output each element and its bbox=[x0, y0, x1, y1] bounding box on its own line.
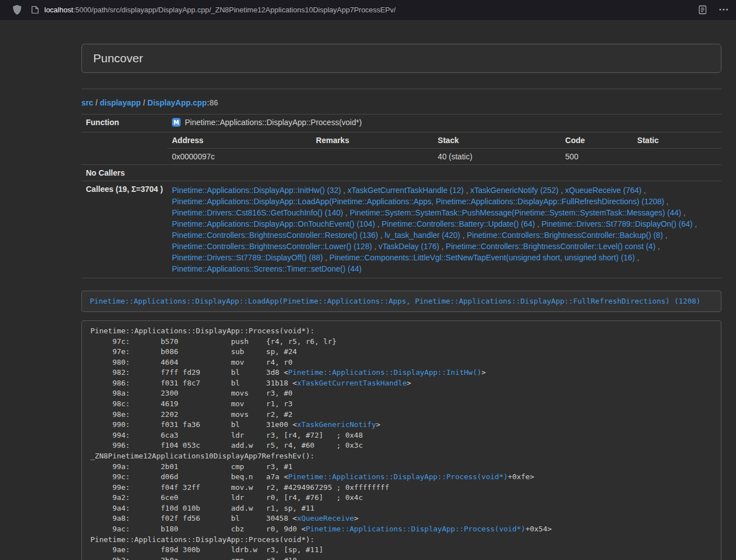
callee-separator: , bbox=[663, 231, 668, 240]
function-label: Function bbox=[81, 114, 167, 132]
no-callers-cell bbox=[167, 165, 721, 181]
breadcrumb-link-src[interactable]: src bbox=[81, 98, 93, 107]
callee-link[interactable]: Pinetime::Applications::Screens::Timer::… bbox=[172, 264, 362, 273]
disassembly-code: Pinetime::Applications::DisplayApp::Proc… bbox=[81, 320, 721, 560]
metrics-row: Address Remarks Stack Code Static 0x0000… bbox=[81, 132, 721, 165]
callee-separator: , bbox=[635, 253, 639, 262]
callee-link[interactable]: Pinetime::Controllers::BrightnessControl… bbox=[467, 231, 662, 240]
callee-link[interactable]: Pinetime::Drivers::Cst816S::GetTouchInfo… bbox=[172, 208, 343, 217]
function-info-table: Function M Pinetime::Applications::Displ… bbox=[81, 114, 721, 278]
reader-view-icon[interactable] bbox=[698, 5, 707, 15]
callee-link[interactable]: Pinetime::Drivers::St7789::DisplayOff() … bbox=[172, 253, 323, 262]
callee-link[interactable]: Pinetime::System::SystemTask::PushMessag… bbox=[350, 208, 682, 217]
callee-link[interactable]: xTaskGenericNotify (252) bbox=[470, 186, 559, 195]
breadcrumb-link-displayapp[interactable]: displayapp bbox=[100, 98, 141, 107]
main-content: Puncover src / displayapp / DisplayApp.c… bbox=[81, 44, 721, 560]
callee-separator: , bbox=[535, 219, 542, 228]
url-text: localhost:5000/path/src/displayapp/Displ… bbox=[44, 6, 396, 14]
metrics-label bbox=[81, 132, 167, 165]
callee-separator: , bbox=[664, 197, 669, 206]
callee-link[interactable]: Pinetime::Drivers::St7789::DisplayOn() (… bbox=[542, 219, 693, 228]
disasm-symbol-link[interactable]: xTaskGenericNotify bbox=[297, 420, 376, 429]
metrics-cell: Address Remarks Stack Code Static 0x0000… bbox=[167, 132, 721, 165]
callee-separator: , bbox=[464, 186, 470, 195]
metrics-header-row: Address Remarks Stack Code Static bbox=[167, 132, 721, 149]
column-static: Static bbox=[633, 132, 721, 149]
column-address: Address bbox=[167, 132, 312, 149]
method-icon: M bbox=[172, 118, 181, 128]
symbol-panel-heading: Pinetime::Applications::DisplayApp::Load… bbox=[81, 291, 721, 312]
breadcrumb-separator: / bbox=[141, 98, 148, 107]
disasm-symbol-link[interactable]: Pinetime::Applications::DisplayApp::Init… bbox=[288, 368, 481, 377]
callee-link[interactable]: xTaskGetCurrentTaskHandle (12) bbox=[348, 186, 464, 195]
callee-separator: , bbox=[375, 219, 382, 228]
callee-separator: , bbox=[681, 208, 685, 217]
callee-separator: , bbox=[378, 231, 385, 240]
url-bar[interactable]: localhost:5000/path/src/displayapp/Displ… bbox=[31, 6, 698, 14]
breadcrumb-line-number: :86 bbox=[207, 98, 218, 107]
symbol-link[interactable]: Pinetime::Applications::DisplayApp::Load… bbox=[90, 297, 701, 305]
metrics-table: Address Remarks Stack Code Static 0x0000… bbox=[167, 132, 721, 164]
function-name-cell: M Pinetime::Applications::DisplayApp::Pr… bbox=[167, 114, 721, 132]
callee-separator: , bbox=[372, 242, 379, 251]
callee-separator: , bbox=[341, 186, 348, 195]
address-value: 0x0000097c bbox=[167, 149, 312, 165]
url-path: :5000/path/src/displayapp/DisplayApp.cpp… bbox=[73, 6, 396, 14]
page-icon[interactable] bbox=[31, 6, 39, 14]
callees-list: Pinetime::Applications::DisplayApp::Init… bbox=[167, 181, 721, 278]
column-stack: Stack bbox=[433, 132, 561, 149]
url-host: localhost bbox=[44, 6, 73, 14]
column-code: Code bbox=[561, 132, 633, 149]
callee-link[interactable]: vTaskDelay (176) bbox=[378, 242, 439, 251]
static-value bbox=[633, 149, 721, 165]
callee-separator: , bbox=[656, 242, 660, 251]
callee-link[interactable]: Pinetime::Applications::DisplayApp::Init… bbox=[172, 186, 341, 195]
callee-link[interactable]: xQueueReceive (764) bbox=[565, 186, 642, 195]
browser-toolbar: localhost:5000/path/src/displayapp/Displ… bbox=[0, 0, 736, 20]
overflow-menu-icon[interactable] bbox=[719, 8, 728, 11]
disasm-symbol-link[interactable]: xTaskGetCurrentTaskHandle bbox=[297, 379, 407, 387]
callee-separator: , bbox=[693, 219, 697, 228]
callee-separator: , bbox=[559, 186, 565, 195]
callee-link[interactable]: Pinetime::Controllers::BrightnessControl… bbox=[172, 231, 378, 240]
page-title: Puncover bbox=[93, 52, 710, 65]
breadcrumb: src / displayapp / DisplayApp.cpp:86 bbox=[81, 98, 721, 107]
disasm-symbol-link[interactable]: Pinetime::Applications::DisplayApp::Proc… bbox=[288, 472, 508, 481]
remarks-value bbox=[312, 149, 433, 165]
function-name: Pinetime::Applications::DisplayApp::Proc… bbox=[185, 118, 362, 127]
callee-separator: , bbox=[439, 242, 446, 251]
no-callers-row: No Callers bbox=[81, 165, 721, 181]
callees-row: Callees (19, Σ=3704 ) Pinetime::Applicat… bbox=[81, 181, 721, 278]
toolbar-actions bbox=[698, 5, 728, 15]
svg-text:M: M bbox=[173, 120, 179, 126]
callee-separator: , bbox=[460, 231, 467, 240]
callee-separator: , bbox=[343, 208, 350, 217]
callee-link[interactable]: Pinetime::Applications::DisplayApp::Load… bbox=[172, 197, 664, 206]
callee-separator: , bbox=[323, 253, 330, 262]
disasm-symbol-link[interactable]: Pinetime::Applications::DisplayApp::Proc… bbox=[306, 525, 525, 533]
function-row: Function M Pinetime::Applications::Displ… bbox=[81, 114, 721, 132]
tracking-protection-shield-icon[interactable] bbox=[12, 4, 22, 15]
code-value: 500 bbox=[561, 149, 633, 165]
page-header: Puncover bbox=[81, 44, 721, 73]
callees-label: Callees (19, Σ=3704 ) bbox=[81, 181, 167, 278]
disasm-symbol-link[interactable]: xQueueReceive bbox=[297, 514, 354, 522]
callee-link[interactable]: Pinetime::Controllers::BrightnessControl… bbox=[446, 242, 655, 251]
callee-link[interactable]: Pinetime::Applications::DisplayApp::OnTo… bbox=[172, 219, 375, 228]
column-remarks: Remarks bbox=[312, 132, 433, 149]
callee-link[interactable]: lv_task_handler (420) bbox=[385, 231, 460, 240]
callee-link[interactable]: Pinetime::Components::LittleVgl::SetNewT… bbox=[330, 253, 635, 262]
callee-separator: , bbox=[642, 186, 646, 195]
no-callers-label: No Callers bbox=[81, 165, 167, 181]
callee-link[interactable]: Pinetime::Controllers::Battery::Update()… bbox=[382, 219, 535, 228]
callee-link[interactable]: Pinetime::Controllers::BrightnessControl… bbox=[172, 242, 372, 251]
breadcrumb-separator: / bbox=[93, 98, 100, 107]
breadcrumb-link-file[interactable]: DisplayApp.cpp bbox=[148, 98, 207, 107]
metrics-value-row: 0x0000097c 40 (static) 500 bbox=[167, 149, 721, 165]
stack-value: 40 (static) bbox=[433, 149, 561, 165]
divider bbox=[81, 89, 721, 89]
